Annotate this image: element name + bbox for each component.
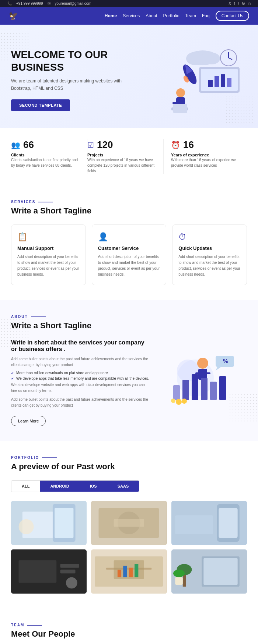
about-text-2: We also develope website and web apps wi… — [11, 382, 150, 394]
experience-icon: ⏰ — [171, 141, 180, 149]
svg-rect-10 — [201, 69, 238, 91]
dots-decoration-right — [225, 95, 254, 124]
portfolio-grid — [11, 501, 247, 594]
stat-experience-desc: With more than 16 years of experice we p… — [171, 157, 240, 168]
svg-rect-42 — [55, 508, 73, 538]
svg-rect-28 — [182, 380, 189, 400]
svg-rect-29 — [192, 374, 198, 400]
svg-point-1 — [186, 52, 205, 65]
top-bar-left: 📞 +91 999 999999 ✉ youremail@gmail.com — [7, 1, 91, 6]
nav-team[interactable]: Team — [185, 13, 196, 18]
svg-rect-27 — [173, 385, 180, 400]
stat-clients: 👥 66 Clients Clients satisfaction is out… — [11, 139, 87, 174]
services-grid: 📋 Manual Support Add short description o… — [11, 224, 247, 285]
manual-support-icon: 📋 — [17, 232, 80, 242]
hero-subtitle: We are team of talented designers making… — [11, 78, 122, 92]
nav-services[interactable]: Services — [123, 13, 140, 18]
stat-experience-header: ⏰ 16 — [171, 139, 240, 151]
svg-rect-11 — [208, 80, 213, 87]
portfolio-item-1[interactable] — [11, 501, 87, 545]
svg-rect-26 — [205, 372, 210, 374]
filter-all[interactable]: ALL — [11, 481, 40, 492]
projects-icon: ☑ — [87, 141, 94, 149]
portfolio-item-4[interactable] — [11, 549, 87, 594]
filter-android[interactable]: ANDROID — [40, 481, 79, 492]
social-linkedin[interactable]: in — [248, 1, 251, 6]
nav-about[interactable]: About — [146, 13, 157, 18]
services-title: Write a Short Tagline — [11, 206, 247, 216]
svg-point-43 — [19, 519, 34, 534]
portfolio-section: PORTFOLIO A preview of our Past work ALL… — [0, 441, 258, 608]
quick-updates-icon: ⏱ — [178, 232, 241, 242]
clients-icon: 👥 — [11, 141, 20, 149]
filter-ios[interactable]: IOS — [80, 481, 107, 492]
contact-button[interactable]: Contact Us — [216, 11, 249, 21]
about-title: Write a Short Tagline — [11, 321, 150, 330]
social-slash[interactable]: / — [238, 1, 239, 6]
svg-point-6 — [181, 63, 199, 86]
phone-number: +91 999 999999 — [16, 1, 43, 6]
stat-projects-header: ☑ 120 — [87, 139, 156, 151]
svg-point-35 — [182, 399, 187, 404]
about-outro: Add some bullet points about the past an… — [11, 397, 150, 408]
phone-icon: 📞 — [7, 1, 12, 6]
stat-experience: ⏰ 16 Years of experience With more than … — [164, 139, 247, 174]
service-desc-updates: Add short description of your benefits t… — [178, 254, 241, 277]
service-card-customer: 👤 Customer Service Add short description… — [92, 224, 167, 285]
svg-rect-71 — [175, 577, 183, 585]
about-dots-left — [0, 318, 29, 348]
svg-rect-50 — [219, 508, 237, 538]
portfolio-item-3[interactable] — [171, 501, 247, 545]
stat-projects-label: Projects — [87, 153, 156, 157]
hero-cta-button[interactable]: SECOND TEMPLATE — [11, 99, 70, 111]
about-label: ABOUT — [11, 315, 150, 319]
customer-service-icon: 👤 — [98, 232, 160, 242]
svg-point-23 — [197, 358, 208, 369]
svg-rect-12 — [215, 76, 219, 87]
service-desc-customer: Add short description of your benefits t… — [98, 254, 160, 277]
portfolio-title: A preview of our Past work — [11, 462, 247, 471]
portfolio-item-2[interactable] — [91, 501, 167, 545]
stat-projects-number: 120 — [97, 139, 113, 151]
navbar: 🦅 Home Services About Portfolio Team Faq… — [0, 7, 258, 25]
svg-rect-62 — [123, 566, 127, 577]
logo[interactable]: 🦅 — [9, 11, 18, 20]
svg-point-15 — [176, 88, 185, 97]
stat-projects: ☑ 120 Projects With an experience of 16 … — [87, 139, 164, 174]
svg-rect-61 — [118, 570, 121, 577]
portfolio-item-6[interactable] — [171, 549, 247, 594]
nav-portfolio[interactable]: Portfolio — [163, 13, 179, 18]
svg-rect-47 — [114, 519, 144, 527]
stat-clients-label: Clients — [11, 153, 80, 157]
dots-decoration-left — [0, 32, 29, 61]
portfolio-filters: ALL ANDROID IOS SAAS — [11, 480, 139, 492]
nav-home[interactable]: Home — [105, 13, 117, 18]
about-subtitle: Write in short about the services your c… — [11, 339, 150, 353]
social-google[interactable]: G — [242, 1, 245, 6]
stat-clients-header: 👥 66 — [11, 139, 80, 151]
service-title-manual: Manual Support — [17, 245, 80, 251]
svg-point-33 — [176, 399, 182, 405]
nav-faq[interactable]: Faq — [202, 13, 210, 18]
svg-rect-64 — [135, 564, 138, 577]
top-bar-right: X f / G in — [229, 1, 251, 6]
about-content: ABOUT Write a Short Tagline Write in sho… — [11, 315, 150, 426]
about-section: ABOUT Write a Short Tagline Write in sho… — [0, 300, 258, 441]
portfolio-item-5[interactable] — [91, 549, 167, 594]
stats-section: 👥 66 Clients Clients satisfaction is out… — [0, 128, 258, 185]
team-label: TEAM — [11, 623, 247, 627]
svg-rect-63 — [129, 568, 133, 577]
service-desc-manual: Add short description of your benefits t… — [17, 254, 80, 277]
email-icon: ✉ — [48, 1, 50, 6]
social-facebook[interactable]: f — [234, 1, 235, 6]
service-title-updates: Quick Updates — [178, 245, 241, 251]
learn-more-button[interactable]: Learn More — [11, 416, 46, 426]
stat-experience-label: Years of experience — [171, 153, 240, 157]
portfolio-label: PORTFOLIO — [11, 456, 247, 460]
filter-saas[interactable]: SAAS — [107, 481, 139, 492]
social-x[interactable]: X — [229, 1, 231, 6]
svg-rect-67 — [203, 558, 237, 585]
svg-rect-55 — [60, 570, 75, 573]
svg-point-2 — [204, 53, 220, 64]
team-section: TEAM Meet Our People — [0, 608, 258, 644]
